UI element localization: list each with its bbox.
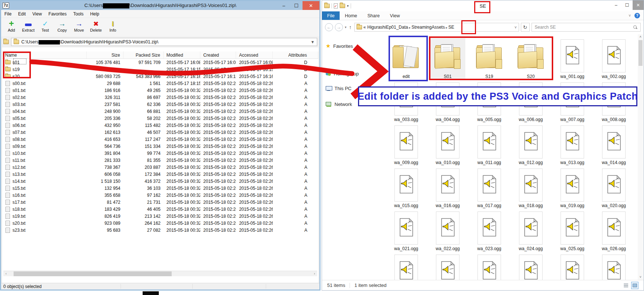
- table-row[interactable]: s02.txt326 31186 6972015-05-18 00:322015…: [2, 94, 318, 101]
- search-icon[interactable]: [633, 25, 637, 29]
- menu-item-edit[interactable]: Edit: [15, 11, 29, 17]
- accessed-cell: 2015-05-18 02:26: [236, 115, 272, 122]
- thumbnail-frame: [602, 255, 626, 280]
- menu-item-view[interactable]: View: [29, 11, 45, 17]
- root-folder-icon[interactable]: [3, 40, 9, 44]
- table-row[interactable]: s01105 376 48197 591 7092015-05-17 16:08…: [2, 59, 318, 66]
- toolbar-button-info[interactable]: iInfo: [105, 19, 121, 32]
- table-row[interactable]: s09.txt564 736151 3342015-05-18 00:32201…: [2, 143, 318, 150]
- help-icon[interactable]: ?: [634, 13, 640, 18]
- vertical-scrollbar[interactable]: ˄ ˅: [638, 34, 643, 280]
- table-row[interactable]: s13.txt606 058172 3842015-05-18 00:32201…: [2, 171, 318, 178]
- refresh-button[interactable]: ↻: [521, 23, 530, 32]
- toolbar-button-test[interactable]: ✓Test: [37, 19, 53, 32]
- table-row[interactable]: s05.txt205 33658 2022015-05-18 00:322015…: [2, 115, 318, 122]
- table-row[interactable]: s23.txt95 68327 0822015-05-18 00:322015-…: [2, 227, 318, 234]
- table-row[interactable]: s12.txt738 367203 8872015-05-18 00:32201…: [2, 164, 318, 171]
- address-chevron-icon[interactable]: ˅: [515, 25, 517, 29]
- scroll-up-icon[interactable]: ˄: [638, 34, 643, 40]
- close-button[interactable]: ✕: [633, 0, 644, 10]
- table-row[interactable]: s03.txt237 58162 3362015-05-18 00:322015…: [2, 101, 318, 108]
- thumbnail-view-button[interactable]: [631, 282, 638, 289]
- ribbon-expand-chevron-icon[interactable]: ˅: [629, 14, 631, 18]
- column-header-size[interactable]: Size: [87, 51, 123, 58]
- maximize-button[interactable]: ☐: [290, 1, 303, 10]
- scrollbar-thumb[interactable]: [14, 271, 172, 276]
- column-header-name[interactable]: Name: [2, 51, 87, 58]
- forward-button[interactable]: →: [335, 23, 343, 31]
- breadcrumb-item-higurashiep01_data[interactable]: HigurashiEp01_Data: [367, 25, 408, 30]
- toolbar-button-delete[interactable]: ✖Delete: [88, 19, 104, 32]
- column-header-created[interactable]: Created: [200, 51, 236, 58]
- table-row[interactable]: s07.txt162 61346 5072015-05-18 00:322015…: [2, 129, 318, 136]
- horizontal-scrollbar[interactable]: ‹ ›: [3, 271, 317, 276]
- table-row[interactable]: s10.txt391 80499 7742015-05-18 00:322015…: [2, 150, 318, 157]
- tab-file[interactable]: File: [322, 11, 340, 20]
- scroll-right-icon[interactable]: ›: [312, 271, 317, 277]
- sidebar-item-favorites[interactable]: ★Favorites: [326, 43, 353, 49]
- table-row[interactable]: s20.txt923 089264 1622015-05-18 00:32201…: [2, 220, 318, 227]
- table-row[interactable]: s19.txt826 419213 1422015-05-18 00:32201…: [2, 213, 318, 220]
- table-row[interactable]: s11.txt281 33381 3552015-05-18 00:322015…: [2, 157, 318, 164]
- table-row[interactable]: s17.txt81 47221 7312015-05-18 00:322015-…: [2, 199, 318, 206]
- column-headers[interactable]: NameSizePacked SizeModifiedCreatedAccess…: [2, 51, 318, 59]
- scroll-left-icon[interactable]: ‹: [3, 271, 9, 277]
- tab-share[interactable]: Share: [362, 11, 385, 20]
- table-row[interactable]: s192015-05-17 16:152015-05-17 16:142015-…: [2, 66, 318, 73]
- menu-item-favorites[interactable]: Favorites: [45, 11, 70, 17]
- maximize-button[interactable]: ☐: [622, 0, 633, 10]
- menu-item-help[interactable]: Help: [87, 11, 103, 17]
- scrollbar-thumb[interactable]: [638, 40, 643, 66]
- sidebar-item-network[interactable]: Network: [326, 102, 352, 107]
- column-header-modified[interactable]: Modified: [164, 51, 200, 58]
- toolbar-button-move[interactable]: →Move: [71, 19, 87, 32]
- breadcrumb-prefix: «: [364, 25, 366, 30]
- table-row[interactable]: s08.txt416 653117 2472015-05-18 00:32201…: [2, 136, 318, 143]
- tab-view[interactable]: View: [385, 11, 405, 20]
- scroll-down-icon[interactable]: ˅: [638, 274, 643, 280]
- accessed-cell: 2015-05-18 02:26: [236, 157, 272, 164]
- thumbnail-frame: [602, 39, 626, 72]
- sidebar-item-homegroup[interactable]: Homegroup: [326, 71, 359, 77]
- toolbar-button-copy[interactable]: →Copy: [54, 19, 70, 32]
- table-row[interactable]: s01.txt186 91649 2652015-05-18 00:322015…: [2, 87, 318, 94]
- sevenzip-titlebar[interactable]: 7z C:\Users\Downloads\Higurashi\Higurash…: [1, 1, 319, 10]
- accessed-cell: 2015-05-18 02:26: [236, 213, 272, 220]
- breadcrumb-item-se[interactable]: SE: [448, 25, 454, 30]
- column-header-accessed[interactable]: Accessed: [236, 51, 272, 58]
- details-view-button[interactable]: [622, 282, 630, 289]
- table-row[interactable]: s04.txt248 90066 8812015-05-18 00:322015…: [2, 108, 318, 115]
- table-row[interactable]: s18.txt183 42946 4052015-05-18 00:322015…: [2, 206, 318, 213]
- up-button[interactable]: ↑: [349, 24, 352, 30]
- address-bar[interactable]: « HigurashiEp01_Data ▸ StreamingAssets ▸…: [354, 23, 519, 32]
- breadcrumb-item-streamingassets[interactable]: StreamingAssets: [412, 25, 445, 30]
- close-button[interactable]: ✕: [303, 1, 319, 10]
- sevenzip-address-input[interactable]: C:\Users\Downloads\Higurashi\HigurashiPS…: [11, 38, 317, 46]
- toolbar-button-add[interactable]: +Add: [3, 19, 19, 32]
- minimize-button[interactable]: –: [278, 1, 290, 10]
- table-row[interactable]: s06.txt432 950115 4822015-05-18 00:32201…: [2, 122, 318, 129]
- copy-icon: →: [54, 19, 70, 28]
- history-chevron-icon[interactable]: ▾: [345, 25, 347, 29]
- attributes-cell: A: [273, 115, 318, 122]
- table-row[interactable]: s15.txt132 95436 1032015-05-18 00:322015…: [2, 185, 318, 192]
- menu-item-file[interactable]: File: [1, 11, 15, 17]
- menu-item-tools[interactable]: Tools: [70, 11, 87, 17]
- delete-icon: ✖: [88, 19, 104, 28]
- table-row[interactable]: s16.txt355 65897 1622015-05-18 00:322015…: [2, 192, 318, 199]
- tab-home[interactable]: Home: [340, 11, 362, 20]
- back-button[interactable]: ←: [325, 23, 333, 31]
- sidebar-item-this-pc[interactable]: This PC: [326, 86, 351, 91]
- toolbar-button-extract[interactable]: Extract: [20, 19, 36, 32]
- table-row[interactable]: s14.txt1 518 150416 3722015-05-18 00:322…: [2, 178, 318, 185]
- explorer-window: ▾ SE – ☐ ✕ FileHomeShareView˅? ← → ▾ ↑ «…: [322, 0, 644, 291]
- modified-cell: 2015-05-18 00:32: [164, 108, 200, 115]
- chevron-down-icon[interactable]: ▼: [311, 40, 315, 44]
- search-input[interactable]: Search SE: [532, 23, 641, 32]
- minimize-button[interactable]: –: [611, 0, 622, 10]
- column-header-attributes[interactable]: Attributes: [273, 51, 318, 58]
- table-row[interactable]: s00.txt29 6881 5612015-05-17 18:152015-0…: [2, 80, 318, 87]
- column-header-packed-size[interactable]: Packed Size: [124, 51, 164, 58]
- table-row[interactable]: s20580 093 725543 383 9662015-05-17 16:1…: [2, 73, 318, 80]
- explorer-titlebar[interactable]: ▾ SE – ☐ ✕: [322, 0, 644, 11]
